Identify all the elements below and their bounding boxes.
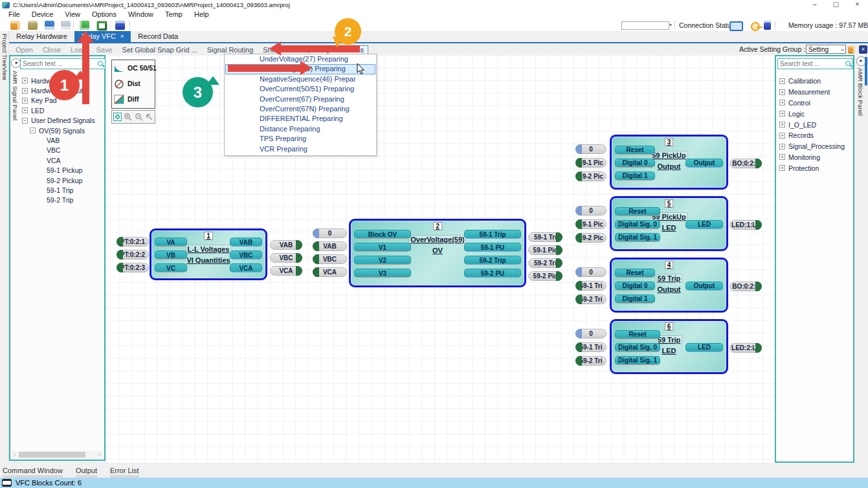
- tree-item-59-2-trip[interactable]: 59-2 Trip: [21, 195, 103, 205]
- add-setting-group-icon[interactable]: [848, 45, 855, 54]
- block-category-calibration[interactable]: +Calibration: [779, 76, 852, 87]
- bottom-tab-error-list[interactable]: Error List: [110, 467, 139, 478]
- tool-dist[interactable]: Dist: [112, 76, 155, 91]
- output-port-vbc[interactable]: VBC: [230, 250, 262, 260]
- vfc-toolbar-open[interactable]: Open: [16, 46, 33, 54]
- collapse-panel-icon[interactable]: ◄: [11, 58, 21, 68]
- bottom-tab-command-window[interactable]: Command Window: [3, 467, 63, 478]
- signal-pill-bo-0-2-1[interactable]: BO:0:2:1: [729, 159, 762, 168]
- signal-pill-59-2-pic[interactable]: 59-2 Pic: [528, 271, 562, 281]
- block-category-control[interactable]: +Control: [779, 98, 852, 109]
- input-port-digital-sig-1[interactable]: Digital Sig. 1: [615, 356, 660, 365]
- block-category-monitoring[interactable]: +Monitoring: [779, 152, 852, 163]
- setting-group-select[interactable]: Setting Group : 0 ˅: [806, 45, 846, 54]
- signal-pill-0[interactable]: 0: [575, 267, 606, 277]
- expand-plus-icon[interactable]: +: [779, 89, 785, 95]
- vfc-block-3[interactable]: 359 PickUpOutputResetDigital 0Digital 1O…: [610, 135, 728, 190]
- temp-menu-item-differential-preparing[interactable]: DIFFERENTIAL Preparing: [225, 114, 376, 124]
- input-port-block-ov[interactable]: Block OV: [354, 230, 411, 239]
- toolbar-address-box[interactable]: [621, 21, 669, 30]
- vfc-toolbar-set-global-snap-grid[interactable]: Set Global Snap Grid ...: [122, 46, 197, 54]
- signal-pill-59-1-tri[interactable]: 59-1 Tri: [575, 281, 606, 291]
- signal-pill-pt-0-2-2[interactable]: PT:0:2:2: [117, 250, 149, 260]
- output-port-led[interactable]: LED: [685, 220, 723, 229]
- input-port-digital-1[interactable]: Digital 1: [615, 294, 655, 304]
- expand-plus-icon[interactable]: +: [779, 165, 785, 171]
- signal-pill-vca[interactable]: VCA: [270, 266, 302, 276]
- tree-item-59-1-pickup[interactable]: 59-1 Pickup: [21, 166, 103, 175]
- signal-pill-led-1-l0[interactable]: LED:1:L0: [729, 220, 762, 230]
- open-folder-icon[interactable]: [28, 21, 38, 30]
- save-all-icon[interactable]: [61, 21, 71, 30]
- signal-pill-vab[interactable]: VAB: [313, 241, 347, 251]
- temp-menu-item-distance-preparing[interactable]: Distance Preparing: [225, 124, 376, 134]
- maximize-button[interactable]: ▢: [825, 0, 847, 10]
- input-port-digital-sig-0[interactable]: Digital Sig. 0: [615, 220, 660, 229]
- expand-plus-icon[interactable]: +: [779, 133, 785, 139]
- signal-pill-59-2-tri[interactable]: 59-2 Tri: [575, 294, 606, 304]
- output-port-vab[interactable]: VAB: [230, 238, 262, 247]
- tree-item-led[interactable]: +LED: [21, 105, 103, 115]
- block-category-protection[interactable]: +Protection: [779, 162, 852, 173]
- minimize-button[interactable]: –: [804, 0, 825, 10]
- block-category-measurement[interactable]: +Measurement: [779, 87, 852, 98]
- save-icon[interactable]: [45, 21, 54, 30]
- expand-plus-icon[interactable]: +: [22, 98, 28, 104]
- input-port-reset[interactable]: Reset: [615, 269, 655, 278]
- signal-pill-59-1-tri[interactable]: 59-1 Tri: [528, 232, 562, 242]
- scroll-right-icon[interactable]: ›: [96, 451, 103, 458]
- vfc-block-2[interactable]: 2OverVoltage(59)OVBlock OVV1V2V359-1 Tri…: [349, 219, 526, 287]
- tree-item-59-2-pickup[interactable]: 59-2 Pickup: [21, 175, 103, 185]
- input-port-va[interactable]: VA: [155, 238, 187, 247]
- horizontal-scrollbar[interactable]: ‹ ›: [12, 451, 103, 458]
- signal-pill-pt-0-2-1[interactable]: PT:0:2:1: [117, 237, 149, 247]
- temp-menu-item-overcurrent-50-51-preparing[interactable]: OverCurrent(50/51) Preparing: [225, 84, 376, 94]
- device-online-icon[interactable]: [80, 21, 89, 30]
- signal-pill-0[interactable]: 0: [313, 228, 347, 238]
- block-category-records[interactable]: +Records: [779, 130, 852, 141]
- expand-plus-icon[interactable]: +: [779, 122, 785, 128]
- expand-plus-icon[interactable]: +: [22, 107, 28, 113]
- close-tab-icon[interactable]: ×: [120, 31, 124, 42]
- amr-block-panel-strip[interactable]: ► AMR Block Panel: [855, 55, 868, 463]
- output-port-vca[interactable]: VCA: [230, 263, 262, 272]
- select-cursor-icon[interactable]: [145, 113, 153, 121]
- input-port-reset[interactable]: Reset: [615, 146, 655, 155]
- scrollbar-thumb[interactable]: [19, 452, 85, 458]
- signal-pill-59-1-tri[interactable]: 59-1 Tri: [575, 342, 606, 352]
- input-port-reset[interactable]: Reset: [615, 207, 660, 216]
- signal-search-box[interactable]: [20, 58, 106, 69]
- expand-plus-icon[interactable]: +: [22, 88, 28, 94]
- search-icon[interactable]: [96, 60, 105, 68]
- vertical-scrollbar-thumb[interactable]: [865, 57, 867, 85]
- vfc-block-6[interactable]: 659 TripLEDResetDigital Sig. 0Digital Si…: [610, 319, 728, 374]
- signal-pill-0[interactable]: 0: [575, 144, 606, 154]
- expand-plus-icon[interactable]: +: [779, 111, 785, 116]
- input-port-vc[interactable]: VC: [155, 263, 187, 272]
- expand-plus-icon[interactable]: +: [779, 144, 785, 150]
- signal-pill-59-1-pic[interactable]: 59-1 Pic: [528, 245, 562, 255]
- signal-pill-59-2-pic[interactable]: 59-2 Pic: [575, 172, 606, 181]
- bottom-tab-output[interactable]: Output: [76, 467, 97, 478]
- menu-temp[interactable]: Temp: [159, 10, 188, 19]
- zoom-in-icon[interactable]: [124, 113, 132, 121]
- output-port-59-2-pu[interactable]: 59-2 PU: [464, 269, 521, 278]
- block-category-i-o-led[interactable]: +I_O_LED: [779, 119, 852, 130]
- block-category-logic[interactable]: +Logic: [779, 108, 852, 119]
- signal-pill-0[interactable]: 0: [575, 329, 606, 338]
- output-port-59-1-trip[interactable]: 59-1 Trip: [464, 230, 521, 239]
- signal-pill-59-2-pic[interactable]: 59-2 Pic: [575, 233, 606, 243]
- menu-options[interactable]: Options: [86, 10, 122, 19]
- expand-plus-icon[interactable]: +: [779, 100, 785, 105]
- output-port-output[interactable]: Output: [685, 159, 723, 168]
- tool-oc-5051[interactable]: OC 50/51: [112, 60, 155, 76]
- signal-pill-bo-0-2-2[interactable]: BO:0:2:2: [729, 282, 762, 291]
- zoom-out-icon[interactable]: [135, 113, 143, 121]
- signal-pill-vab[interactable]: VAB: [270, 240, 302, 250]
- signal-pill-pt-0-2-3[interactable]: PT:0:2:3: [117, 263, 149, 272]
- tool-diff[interactable]: Diff: [112, 91, 155, 107]
- menu-file[interactable]: File: [3, 10, 26, 19]
- input-port-reset[interactable]: Reset: [615, 330, 660, 339]
- tree-item-59-1-trip[interactable]: 59-1 Trip: [21, 185, 103, 195]
- collapse-minus-icon[interactable]: −: [30, 128, 36, 133]
